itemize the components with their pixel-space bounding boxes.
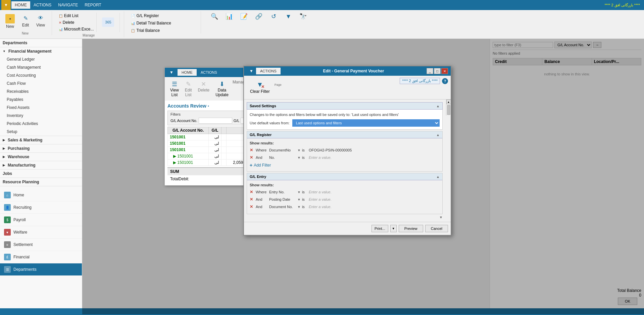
toolbar-refresh-button[interactable]: ↺ (267, 11, 280, 21)
tab-home[interactable]: HOME (11, 1, 30, 9)
app-menu-button[interactable]: ▼ (1, 0, 11, 10)
preview-btn[interactable]: Preview (399, 225, 423, 232)
main-content: Departments ▼ Financial Management Gener… (0, 39, 644, 314)
toolbar-chart-button[interactable]: 📊 (222, 11, 236, 21)
jobs-label: Jobs (3, 171, 12, 176)
sidebar-item-periodic-activities[interactable]: Periodic Activities (0, 120, 82, 128)
gl-register-field-dropdown-2[interactable]: ▼ (297, 156, 301, 160)
sidebar-item-general-ledger[interactable]: General Ledger (0, 55, 82, 63)
sidebar-nav-departments[interactable]: ☰ Departments (0, 263, 82, 276)
sidebar-nav-payroll[interactable]: $ Payroll (0, 214, 82, 226)
sidebar-section-departments: Departments (0, 39, 82, 47)
modal-nav-btn[interactable]: ▼ (247, 67, 256, 75)
sidebar-nav-welfare[interactable]: ♥ Welfare (0, 226, 82, 239)
inner-data-update-btn[interactable]: ⬇ Data Update (213, 79, 231, 99)
sidebar-item-fixed-assets[interactable]: Fixed Assets (0, 104, 82, 112)
gl-entry-field-dropdown-1[interactable]: ▼ (297, 190, 301, 194)
gl-entry-and-delete-btn-2[interactable]: ✕ (250, 204, 254, 209)
gl-entry-and-delete-btn-1[interactable]: ✕ (250, 197, 254, 202)
top-ribbon: ▼ HOME ACTIONS NAVIGATE REPORT **** بازر… (0, 0, 644, 10)
gl-register-is-1: is (302, 148, 307, 152)
gl-register-where-delete-btn[interactable]: ✕ (250, 148, 254, 152)
modal-clear-filter-btn[interactable]: ▼ ✕ Clear Filter (247, 78, 273, 96)
cancel-btn[interactable]: Cancel (425, 225, 448, 232)
toolbar-links-button[interactable]: 🔗 (252, 11, 265, 21)
gl-entry-is-1: is (302, 190, 307, 194)
365-button[interactable]: 365 (99, 16, 117, 29)
filter-gl-input[interactable] (199, 118, 232, 124)
gl-entry-where-delete-btn[interactable]: ✕ (250, 190, 254, 194)
toolbar-filter-button[interactable]: ▼ (282, 12, 295, 21)
detail-trial-balance-button[interactable]: 📊 Detail Trial Balance (130, 20, 172, 26)
sidebar-item-receivables[interactable]: Receivables (0, 87, 82, 96)
scroll-up-btn[interactable]: ▲ (446, 100, 451, 104)
inner-edit-list-btn[interactable]: ✎ Edit List (182, 79, 195, 99)
inner-delete-btn[interactable]: ✕ Delete (195, 79, 212, 99)
modal-tab-actions[interactable]: ACTIONS (256, 68, 281, 74)
scroll-down-indicator: ▼ (247, 215, 443, 219)
inner-nav-btn[interactable]: ▼ (167, 69, 176, 76)
sidebar-item-jobs[interactable]: Jobs (0, 170, 82, 178)
financial-management-label: Financial Management (8, 49, 52, 54)
sidebar-nav-recruiting[interactable]: 👤 Recruiting (0, 201, 82, 214)
modal-minimize-btn[interactable]: _ (427, 68, 433, 74)
gl-register-and-delete-btn[interactable]: ✕ (250, 155, 254, 160)
toolbar-notes-button[interactable]: 📝 (237, 11, 251, 21)
inner-view-list-btn[interactable]: ☰ View List (167, 79, 182, 99)
modal-maximize-btn[interactable]: □ (434, 68, 441, 74)
sidebar-item-departments[interactable]: Departments (0, 39, 82, 47)
microsoft-excel-button[interactable]: 📊 Microsoft Exce... (57, 26, 95, 32)
print-dropdown-btn[interactable]: ▼ (390, 225, 397, 232)
sidebar-item-resource-planning[interactable]: Resource Planning (0, 178, 82, 186)
sidebar-item-setup[interactable]: Setup (0, 128, 82, 136)
sidebar-item-financial-management[interactable]: ▼ Financial Management (0, 47, 82, 55)
add-filter-btn[interactable]: + Add Filter (250, 162, 440, 169)
toolbar-find-button[interactable]: 🔍 (208, 11, 221, 21)
inner-tab-actions[interactable]: ACTIONS (197, 69, 221, 76)
sidebar-item-cash-flow[interactable]: Cash Flow (0, 79, 82, 87)
sum-label: SUM (170, 169, 179, 174)
trial-balance-button[interactable]: 📋 Trial Balance (130, 27, 161, 34)
sidebar-item-manufacturing[interactable]: ▶ Manufacturing (0, 161, 82, 169)
toolbar-search2-button[interactable]: 🔭 (296, 11, 310, 21)
sidebar-nav-settlement[interactable]: ≡ Settlement (0, 239, 82, 251)
inner-tab-home[interactable]: HOME (178, 69, 197, 76)
sidebar-item-cost-accounting[interactable]: Cost Accounting (0, 71, 82, 79)
cell-name-3: لى (209, 147, 221, 153)
edit-button[interactable]: ✎ Edit (19, 13, 32, 30)
sidebar-nav-financial[interactable]: ₤ Financial (0, 251, 82, 263)
sidebar-item-purchasing[interactable]: ▶ Purchasing (0, 144, 82, 152)
sidebar-item-cash-management[interactable]: Cash Management (0, 63, 82, 71)
gl-register-field-dropdown-1[interactable]: ▼ (297, 148, 301, 152)
delete-button[interactable]: ✕ Delete (57, 19, 95, 25)
inventory-label: Inventory (7, 113, 23, 118)
modal-help-btn[interactable]: ? (442, 78, 448, 84)
new-button[interactable]: ✦ New (3, 13, 17, 30)
gl-entry-field-dropdown-2[interactable]: ▼ (297, 198, 301, 201)
settings-select[interactable]: Last used options and filters (292, 119, 440, 127)
gl-register-header[interactable]: G/L Register ▲ (247, 131, 442, 138)
cell-account-3: 1501001 (168, 147, 209, 153)
gl-register-is-2: is (302, 155, 307, 160)
gl-entry-value-3: Enter a value. (309, 205, 332, 209)
tab-actions[interactable]: ACTIONS (30, 1, 55, 9)
edit-list-button[interactable]: 📋 Edit List (57, 13, 95, 19)
view-button[interactable]: 👁 View (34, 13, 48, 30)
saved-settings-header[interactable]: Saved Settings ▲ (247, 102, 443, 110)
gl-entry-and-label-1: And (256, 197, 268, 201)
sidebar-nav-home[interactable]: ⌂ Home (0, 189, 82, 201)
gl-entry-header[interactable]: G/L Entry ▲ (247, 173, 442, 180)
tab-navigate[interactable]: NAVIGATE (55, 1, 81, 9)
sidebar-item-sales-marketing[interactable]: ▶ Sales & Marketing (0, 136, 82, 144)
modal-close-btn[interactable]: ✕ (441, 68, 448, 74)
print-btn[interactable]: Print... (371, 225, 388, 232)
sales-marketing-label: Sales & Marketing (8, 138, 42, 142)
sidebar-item-inventory[interactable]: Inventory (0, 112, 82, 120)
sidebar-item-warehouse[interactable]: ▶ Warehouse (0, 153, 82, 161)
gl-entry-field-dropdown-3[interactable]: ▼ (297, 205, 301, 209)
data-update-icon: ⬇ (219, 80, 225, 88)
gl-register-button[interactable]: 📄 G/L Register (130, 13, 160, 19)
tab-report[interactable]: REPORT (81, 1, 105, 9)
scroll-thumb (447, 105, 450, 115)
sidebar-item-payables[interactable]: Payables (0, 96, 82, 104)
